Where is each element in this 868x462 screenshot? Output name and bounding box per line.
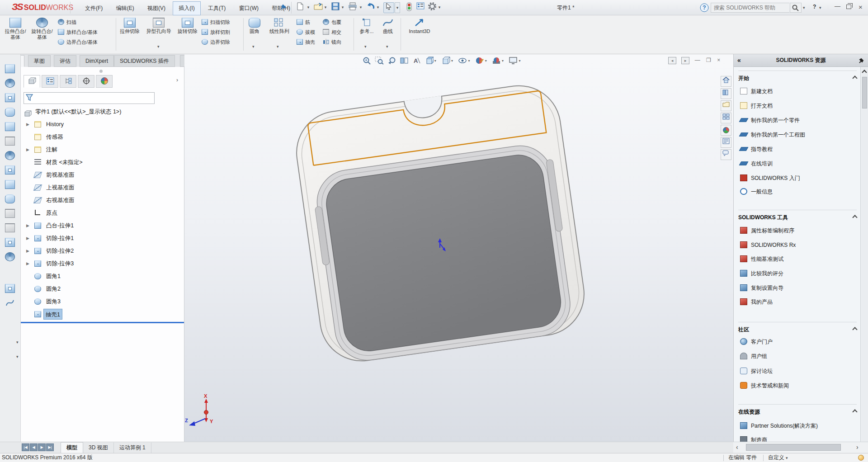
left-toolbar-icon[interactable] xyxy=(5,108,15,117)
search-scope-caret[interactable]: ▾ xyxy=(803,5,805,10)
close-button[interactable]: × xyxy=(859,3,863,11)
help-menu[interactable]: ? xyxy=(813,4,816,10)
tree-item-history[interactable]: ▶History xyxy=(21,118,184,131)
collapse-section-icon[interactable] xyxy=(852,409,857,414)
view-orientation-caret[interactable]: ▾ xyxy=(434,56,439,63)
reference-geometry-button[interactable]: 参考... xyxy=(356,17,377,34)
instant3d-button[interactable]: Instant3D xyxy=(405,17,434,34)
tree-item-material[interactable]: 材质 <未指定> xyxy=(21,156,184,169)
help-menu-caret[interactable]: ▾ xyxy=(819,5,821,10)
shell-button[interactable]: 抽壳 xyxy=(297,39,315,48)
expand-arrow-icon[interactable]: ▶ xyxy=(26,257,29,270)
apply-scene-button[interactable] xyxy=(491,56,502,66)
graphics-area[interactable]: X Y Z xyxy=(184,54,733,442)
previous-view-button[interactable] xyxy=(387,56,397,66)
make-first-drawing-link[interactable]: 制作我的第一个工程图 xyxy=(740,130,858,140)
scroll-thumb[interactable] xyxy=(746,444,841,451)
customer-portal-link[interactable]: 客户门户 xyxy=(740,337,858,347)
menu-edit[interactable]: 编辑(E) xyxy=(110,1,140,15)
boundary-boss-button[interactable]: 边界凸台/基体 xyxy=(58,39,98,48)
minimize-button[interactable]: — xyxy=(835,3,840,9)
collapse-right-pane-button[interactable]: ▸ xyxy=(681,57,689,64)
zoom-to-area-button[interactable] xyxy=(374,56,385,66)
print-button[interactable] xyxy=(347,2,358,13)
tree-pane-expand-arrow[interactable]: › xyxy=(176,77,178,83)
collapse-left-pane-button[interactable]: ◂ xyxy=(668,57,676,64)
tree-item-fillet2[interactable]: 圆角2 xyxy=(21,283,184,295)
collapse-section-icon[interactable] xyxy=(852,75,857,80)
propertymanager-tab[interactable] xyxy=(42,75,58,88)
left-toolbar-icon[interactable] xyxy=(5,238,15,247)
model-3d[interactable]: X Y Z xyxy=(184,54,733,442)
menu-tools[interactable]: 工具(T) xyxy=(202,1,231,15)
left-toolbar-curve-icon[interactable] xyxy=(5,298,15,307)
customize-caret[interactable]: ▾ xyxy=(786,456,788,460)
3d-views-tab[interactable]: 3D 视图 xyxy=(83,443,114,453)
hole-wizard-button[interactable]: 异型孔向导 xyxy=(143,17,175,34)
annotation-view-button[interactable]: A xyxy=(411,56,422,66)
new-document-link[interactable]: 新建文档 xyxy=(740,87,858,97)
scroll-thumb[interactable] xyxy=(862,77,867,108)
undo-caret[interactable]: ▾ xyxy=(375,2,381,13)
tree-item-origin[interactable]: 原点 xyxy=(21,207,184,219)
left-toolbar-icon[interactable] xyxy=(5,137,15,146)
linear-pattern-caret[interactable]: ▾ xyxy=(277,44,279,49)
tree-item-fillet1[interactable]: 圆角1 xyxy=(21,270,184,283)
new-document-caret[interactable]: ▾ xyxy=(306,2,311,13)
tree-item-shell1[interactable]: 抽壳1 xyxy=(21,308,184,321)
extruded-cut-button[interactable]: 拉伸切除 xyxy=(118,17,141,34)
last-tab-button[interactable]: ▶| xyxy=(46,443,54,451)
expand-arrow-icon[interactable]: ▶ xyxy=(26,219,29,232)
doc-minimize-button[interactable]: — xyxy=(695,57,700,63)
partner-solutions-link[interactable]: Partner Solutions(解决方案) xyxy=(740,421,858,431)
motion-study-tab[interactable]: 运动算例 1 xyxy=(114,443,151,453)
revolved-boss-button[interactable]: 旋转凸台/基体 xyxy=(29,17,55,40)
view-settings-caret[interactable]: ▾ xyxy=(519,56,523,63)
tree-item-cut-extrude1[interactable]: ▶切除-拉伸1 xyxy=(21,232,184,245)
make-first-part-link[interactable]: 制作我的第一个零件 xyxy=(740,116,858,126)
panel-splitter-handle[interactable] xyxy=(99,70,103,73)
edit-appearance-button[interactable] xyxy=(474,56,485,66)
collapse-section-icon[interactable] xyxy=(852,327,857,332)
rib-button[interactable]: 筋 xyxy=(297,19,310,28)
tree-item-top-plane[interactable]: 上视基准面 xyxy=(21,181,184,194)
fillet-caret[interactable]: ▾ xyxy=(252,44,255,49)
section-online-resources[interactable]: 在线资源 xyxy=(738,404,857,416)
wrap-button[interactable]: 包覆 xyxy=(323,19,341,28)
left-toolbar-icon[interactable] xyxy=(5,209,15,218)
general-info-link[interactable]: 一般信息 xyxy=(740,187,858,197)
revolved-cut-button[interactable]: 旋转切除 xyxy=(176,17,199,34)
left-toolbar-icon[interactable] xyxy=(5,79,15,88)
tree-item-boss-extrude1[interactable]: ▶凸台-拉伸1 xyxy=(21,219,184,232)
left-toolbar-caret[interactable]: ▾ xyxy=(16,340,19,344)
compare-score-link[interactable]: 比较我的评分 xyxy=(740,269,858,279)
model-tab[interactable]: 模型 xyxy=(61,442,83,453)
intersect-button[interactable]: 相交 xyxy=(323,29,341,38)
left-toolbar-caret[interactable]: ▾ xyxy=(16,354,19,359)
fillet-button[interactable]: 圆角 xyxy=(245,17,264,34)
left-toolbar-icon[interactable] xyxy=(5,194,15,203)
collapse-section-icon[interactable] xyxy=(852,215,857,220)
display-style-caret[interactable]: ▾ xyxy=(451,56,456,63)
menu-file[interactable]: 文件(F) xyxy=(79,1,108,15)
display-style-button[interactable] xyxy=(440,56,451,66)
extruded-boss-button[interactable]: 拉伸凸台/基体 xyxy=(3,17,28,40)
menu-window[interactable]: 窗口(W) xyxy=(233,1,264,15)
task-pane-horizontal-scrollbar[interactable]: ‹ › xyxy=(733,442,868,453)
copy-settings-wizard-link[interactable]: 复制设置向导 xyxy=(740,283,858,293)
my-products-link[interactable]: 我的产品 xyxy=(740,297,858,307)
section-start[interactable]: 开始 xyxy=(738,71,857,82)
performance-benchmark-link[interactable]: 性能基准测试 xyxy=(740,255,858,264)
online-training-link[interactable]: 在线培训 xyxy=(740,159,858,169)
featuremanager-tree-tab[interactable] xyxy=(24,75,40,88)
swept-cut-button[interactable]: 扫描切除 xyxy=(202,19,230,28)
user-groups-link[interactable]: 用户组 xyxy=(740,352,858,362)
draft-button[interactable]: 拔模 xyxy=(297,29,315,38)
file-explorer-icon[interactable] xyxy=(721,100,731,111)
section-community[interactable]: 社区 xyxy=(738,322,857,334)
tree-item-annotations[interactable]: ▶注解 xyxy=(21,143,184,156)
left-toolbar-icon[interactable] xyxy=(5,180,15,189)
section-solidworks-tools[interactable]: SOLIDWORKS 工具 xyxy=(738,210,857,222)
tree-item-fillet3[interactable]: 圆角3 xyxy=(21,295,184,308)
options-caret[interactable]: ▾ xyxy=(437,2,442,13)
